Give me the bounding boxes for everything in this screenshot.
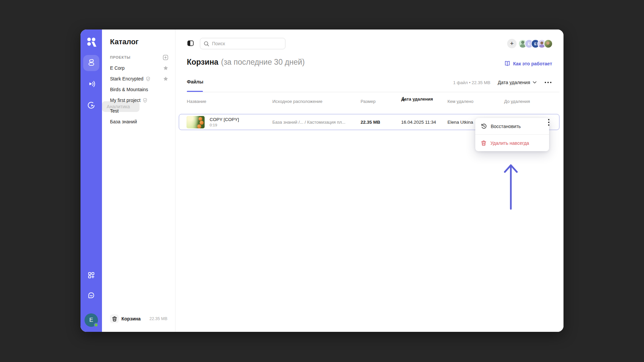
col-header-location[interactable]: Исходное расположение xyxy=(272,99,322,104)
sidebar-item-test[interactable]: Test xyxy=(110,106,168,116)
star-icon[interactable] xyxy=(163,65,168,71)
sort-down-arrow-icon xyxy=(401,97,406,101)
trash-size: 22.35 MB xyxy=(149,316,167,321)
video-thumbnail xyxy=(186,116,205,128)
col-header-name[interactable]: Название xyxy=(187,99,206,104)
sidebar-item-stark-encrypted[interactable]: Stark Encrypted xyxy=(110,73,168,84)
chevron-down-icon xyxy=(533,81,537,84)
sidebar-item-knowledge-base[interactable]: База знаний xyxy=(110,116,168,127)
sidebar: Каталог ПРОЕКТЫ Аналитика E Corp Stark E xyxy=(102,29,175,332)
trash-icon xyxy=(481,140,487,146)
trash-label: Корзина xyxy=(121,316,141,321)
add-project-icon[interactable] xyxy=(163,55,168,60)
rail-item-catalog[interactable] xyxy=(83,55,99,71)
search-icon xyxy=(204,41,209,47)
file-deleted-at: 16.04.2025 11:34 xyxy=(401,114,436,130)
projects-header-label: ПРОЕКТЫ xyxy=(110,55,130,59)
sort-label: Дата удаления xyxy=(498,80,530,85)
project-list: E Corp Stark Encrypted Birds & Mountains xyxy=(110,63,168,127)
project-label: Birds & Mountains xyxy=(110,87,148,92)
file-deleted-by: Elena Utkina xyxy=(447,114,473,130)
menu-item-delete-forever[interactable]: Удалить навсегда xyxy=(475,135,549,151)
rail-item-support[interactable] xyxy=(83,288,99,304)
pointer-arrow xyxy=(501,163,520,210)
search-input[interactable] xyxy=(212,41,282,46)
file-location: База знаний /... / Кастомизация пл... xyxy=(272,114,345,130)
menu-item-restore-label: Восстановить xyxy=(491,124,521,129)
chat-bubble-icon xyxy=(87,291,96,301)
star-icon[interactable] xyxy=(163,76,168,81)
user-avatar[interactable]: E xyxy=(85,313,98,327)
context-menu: Восстановить Удалить навсегда xyxy=(475,118,549,151)
file-name: COPY [COPY] xyxy=(210,117,239,122)
project-label: Test xyxy=(110,108,119,114)
page-title-row: Корзина (за последние 30 дней) xyxy=(187,58,305,70)
sidebar-item-birds-mountains[interactable]: Birds & Mountains xyxy=(110,84,168,95)
sidebar-item-trash[interactable]: Корзина 22.35 MB xyxy=(110,313,167,324)
projects-section-header: ПРОЕКТЫ xyxy=(110,54,168,61)
member-avatars: E E xyxy=(518,39,553,48)
brand-logo-icon[interactable] xyxy=(86,37,97,48)
book-icon xyxy=(504,60,511,67)
project-label: E Corp xyxy=(110,65,125,71)
col-header-until[interactable]: До удаления xyxy=(504,99,530,104)
add-member-button[interactable]: + xyxy=(507,39,517,48)
col-header-deleted-by[interactable]: Кем удалено xyxy=(447,99,473,104)
apps-grid-plus-icon xyxy=(87,271,96,281)
table-header: Название Исходное расположение Размер Да… xyxy=(175,99,564,106)
more-options-button[interactable] xyxy=(543,80,554,85)
broadcast-play-icon xyxy=(87,79,96,89)
sidebar-title: Каталог xyxy=(110,38,139,46)
project-label: База знаний xyxy=(110,119,137,124)
rail-item-apps[interactable] xyxy=(83,268,99,284)
online-status-dot xyxy=(94,323,98,327)
tab-files[interactable]: Файлы xyxy=(187,79,203,84)
page-title: Корзина xyxy=(187,58,218,67)
file-size: 22.35 MB xyxy=(361,114,380,130)
catalog-box-icon xyxy=(87,58,96,68)
col-header-deleted-at-label: Дата удаления xyxy=(401,97,433,102)
file-duration: 0:19 xyxy=(210,123,217,127)
nav-rail: E xyxy=(80,29,102,332)
rail-item-media[interactable] xyxy=(83,76,99,92)
analytics-icon xyxy=(87,101,96,111)
col-header-size[interactable]: Размер xyxy=(361,99,376,104)
main-panel: + E E Корзина (за последние 30 дней) Как… xyxy=(175,29,564,332)
shield-check-icon xyxy=(143,98,148,103)
project-label: My first project xyxy=(110,98,141,103)
how-it-works-link[interactable]: Как это работает xyxy=(504,60,552,67)
trash-icon xyxy=(110,314,119,323)
shield-check-icon xyxy=(146,76,151,81)
app-window: E Каталог ПРОЕКТЫ Аналитика E Corp xyxy=(80,29,564,332)
menu-item-delete-label: Удалить навсегда xyxy=(490,140,529,146)
list-toolbar: 1 файл • 22.35 MB Дата удаления xyxy=(453,78,553,86)
rail-item-analytics[interactable] xyxy=(83,98,99,114)
page-subtitle: (за последние 30 дней) xyxy=(221,58,305,67)
collapse-sidebar-icon[interactable] xyxy=(187,40,194,47)
sort-dropdown[interactable]: Дата удаления xyxy=(498,80,536,85)
member-avatar[interactable] xyxy=(544,39,553,48)
user-avatar-initial: E xyxy=(89,317,93,323)
tab-bar-divider xyxy=(187,92,559,92)
row-menu-button[interactable] xyxy=(545,117,552,127)
sidebar-item-e-corp[interactable]: E Corp xyxy=(110,63,168,73)
files-summary: 1 файл • 22.35 MB xyxy=(453,80,490,85)
search-bar xyxy=(200,38,285,49)
restore-icon xyxy=(481,123,487,129)
sidebar-item-my-first-project[interactable]: My first project xyxy=(110,95,168,106)
how-it-works-label: Как это работает xyxy=(513,61,552,66)
project-label: Stark Encrypted xyxy=(110,76,144,81)
menu-item-restore[interactable]: Восстановить xyxy=(475,118,549,134)
